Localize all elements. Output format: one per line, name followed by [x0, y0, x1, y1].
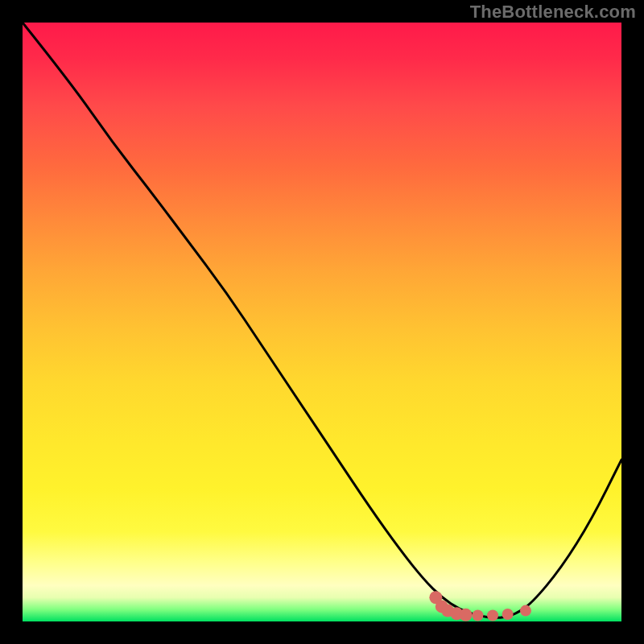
curve-markers [429, 591, 531, 621]
marker-dot [487, 610, 498, 621]
chart-svg [23, 23, 621, 621]
marker-dot [460, 609, 473, 621]
plot-area [23, 23, 621, 621]
chart-frame: TheBottleneck.com [0, 0, 644, 644]
watermark-text: TheBottleneck.com [470, 2, 636, 23]
marker-dot [520, 605, 531, 617]
marker-dot [472, 610, 483, 621]
bottleneck-curve [23, 23, 621, 617]
marker-dot [502, 609, 514, 620]
